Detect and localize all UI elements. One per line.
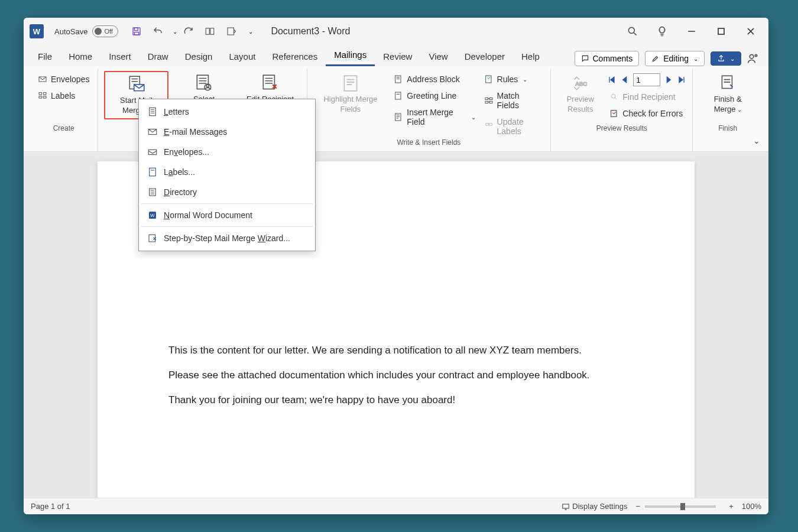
svg-rect-24 <box>395 113 401 121</box>
toggle-knob <box>95 28 102 35</box>
svg-rect-27 <box>489 98 492 99</box>
tab-insert[interactable]: Insert <box>100 47 140 66</box>
start-mail-merge-dropdown: Letters E-mail Messages Envelopes... Lab… <box>138 99 316 251</box>
svg-rect-14 <box>43 96 46 98</box>
dd-labels[interactable]: Labels... <box>139 162 315 182</box>
tab-layout[interactable]: Layout <box>220 47 264 66</box>
dd-normal[interactable]: W Normal Word Document <box>139 205 315 225</box>
minimize-icon[interactable] <box>686 25 698 37</box>
finish-merge-button[interactable]: Finish & Merge⌄ <box>699 71 757 117</box>
address-block-button[interactable]: Address Block <box>391 73 478 85</box>
prev-record-icon[interactable] <box>620 75 630 85</box>
help-lightbulb-icon[interactable] <box>656 25 668 37</box>
greeting-line-button[interactable]: Greeting Line <box>391 90 478 102</box>
paragraph-1[interactable]: This is the content for our letter. We a… <box>168 345 624 356</box>
chevron-down-icon: ⌄ <box>693 56 698 62</box>
rules-button[interactable]: Rules⌄ <box>482 73 545 85</box>
tab-home[interactable]: Home <box>60 47 100 66</box>
svg-point-8 <box>750 54 754 59</box>
svg-rect-11 <box>39 93 42 95</box>
svg-rect-31 <box>489 124 492 125</box>
ribbon-tabs: File Home Insert Draw Design Layout Refe… <box>24 45 768 66</box>
insert-merge-field-button[interactable]: Insert Merge Field ⌄ <box>391 106 478 128</box>
svg-rect-29 <box>489 101 492 103</box>
display-settings-button[interactable]: Display Settings <box>562 502 627 511</box>
group-create: Envelopes Labels Create <box>30 69 98 151</box>
editing-mode-button[interactable]: Editing ⌄ <box>645 51 705 66</box>
svg-point-6 <box>628 27 634 33</box>
paragraph-3[interactable]: Thank you for joining our team; we're ha… <box>168 394 624 406</box>
svg-rect-4 <box>210 28 214 35</box>
maximize-icon[interactable] <box>715 25 727 37</box>
autosave-state: Off <box>104 28 112 35</box>
zoom-thumb[interactable] <box>680 503 685 510</box>
tab-mailings[interactable]: Mailings <box>326 45 375 66</box>
page-count[interactable]: Page 1 of 1 <box>31 502 70 511</box>
autosave-label: AutoSave <box>54 27 87 36</box>
labels-label: Labels <box>51 91 75 100</box>
svg-rect-44 <box>563 504 569 508</box>
svg-rect-26 <box>485 98 488 99</box>
undo-dropdown-icon[interactable]: ⌄ <box>173 28 177 35</box>
comments-button[interactable]: Comments <box>575 51 640 66</box>
tab-references[interactable]: References <box>264 47 326 66</box>
svg-rect-36 <box>150 108 156 116</box>
highlight-merge-fields-button[interactable]: Highlight Merge Fields <box>313 71 388 117</box>
zoom-level[interactable]: 100% <box>742 502 761 511</box>
record-number-input[interactable] <box>633 73 660 86</box>
share-button[interactable]: ⌄ <box>711 51 741 66</box>
autosave-toggle[interactable]: Off <box>92 25 118 37</box>
tab-design[interactable]: Design <box>177 47 221 66</box>
svg-text:ABC: ABC <box>575 80 587 87</box>
tab-draw[interactable]: Draw <box>140 47 177 66</box>
find-recipient-button[interactable]: Find Recipient <box>607 91 686 103</box>
undo-button[interactable] <box>150 24 166 39</box>
redo-button[interactable] <box>181 24 196 39</box>
qat-button-2[interactable] <box>223 24 239 39</box>
svg-rect-12 <box>43 93 46 95</box>
last-record-icon[interactable] <box>677 75 686 85</box>
tab-developer[interactable]: Developer <box>456 47 513 66</box>
qat-button-1[interactable] <box>202 24 218 39</box>
first-record-icon[interactable] <box>607 75 617 85</box>
svg-rect-38 <box>148 150 157 154</box>
svg-rect-7 <box>718 28 724 34</box>
statusbar: Page 1 of 1 Display Settings − + 100% <box>24 498 768 514</box>
dd-letters[interactable]: Letters <box>139 102 315 122</box>
dd-directory[interactable]: Directory <box>139 182 315 202</box>
match-fields-button[interactable]: Match Fields <box>482 90 545 111</box>
qat-customize-icon[interactable]: ⌄ <box>248 28 253 35</box>
tab-file[interactable]: File <box>30 47 60 66</box>
tab-review[interactable]: Review <box>375 47 420 66</box>
dd-email[interactable]: E-mail Messages <box>139 122 315 142</box>
tab-view[interactable]: View <box>420 47 456 66</box>
svg-rect-30 <box>485 124 488 125</box>
labels-button[interactable]: Labels <box>35 90 92 102</box>
update-labels-button[interactable]: Update Labels <box>482 116 545 137</box>
next-record-icon[interactable] <box>664 75 673 85</box>
save-button[interactable] <box>129 24 144 39</box>
tab-help[interactable]: Help <box>513 47 548 66</box>
envelopes-button[interactable]: Envelopes <box>35 73 92 85</box>
zoom-out-button[interactable]: − <box>636 502 641 511</box>
preview-results-button[interactable]: ABC Preview Results <box>557 71 604 117</box>
svg-rect-39 <box>150 168 156 176</box>
close-icon[interactable] <box>745 25 757 37</box>
zoom-slider[interactable] <box>645 505 716 508</box>
svg-rect-1 <box>135 28 138 31</box>
paragraph-2[interactable]: Please see the attached documentation wh… <box>168 369 624 381</box>
ribbon: Envelopes Labels Create Start Mail Merge… <box>24 66 768 152</box>
ribbon-collapse-icon[interactable]: ⌄ <box>753 136 760 145</box>
svg-point-9 <box>755 54 757 56</box>
account-icon[interactable] <box>747 53 759 64</box>
dd-wizard[interactable]: Step-by-Step Mail Merge Wizard... <box>139 228 315 248</box>
document-area: This is the content for our letter. We a… <box>24 152 768 498</box>
zoom-in-button[interactable]: + <box>729 502 734 511</box>
group-write-label: Write & Insert Fields <box>397 137 461 149</box>
chevron-down-icon: ⌄ <box>730 56 735 62</box>
group-finish: Finish & Merge⌄ Finish <box>693 69 763 151</box>
search-icon[interactable] <box>627 25 638 37</box>
dd-envelopes[interactable]: Envelopes... <box>139 142 315 162</box>
check-errors-button[interactable]: Check for Errors <box>607 108 686 119</box>
svg-point-33 <box>612 94 616 98</box>
